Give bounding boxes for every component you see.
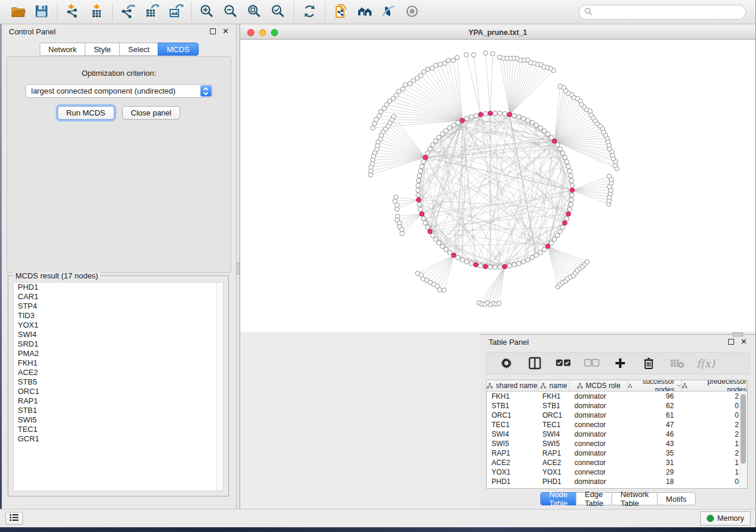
graph-node[interactable] [549,241,554,245]
graph-node[interactable] [420,164,425,169]
graph-node[interactable] [564,216,569,221]
graph-node[interactable] [555,233,560,238]
graph-node[interactable] [512,113,517,118]
table-row[interactable]: SWI4SWI4dominator462 [487,430,747,439]
graph-node[interactable] [368,172,373,177]
graph-node[interactable] [403,82,408,87]
column-header-shared-name[interactable]: shared name [487,380,538,391]
graph-node[interactable] [570,183,575,188]
tab-mcds[interactable]: MCDS [158,43,198,56]
float-panel-icon[interactable] [728,339,734,345]
mcds-result-item[interactable]: RAP1 [14,396,223,406]
mcds-result-item[interactable]: YOX1 [14,321,223,330]
graph-node[interactable] [469,261,474,266]
graph-node[interactable] [549,135,554,140]
graph-node[interactable] [512,262,517,267]
graph-node[interactable] [542,247,547,252]
vertical-splitter[interactable] [236,24,240,509]
column-header-name[interactable]: name [538,380,570,391]
graph-node[interactable] [456,120,461,125]
mcds-result-item[interactable]: STB1 [14,406,223,415]
graph-node[interactable] [502,111,507,116]
graph-node[interactable] [566,164,571,169]
graph-node[interactable] [566,211,571,216]
graph-node[interactable] [448,250,452,255]
graph-node[interactable] [564,159,569,164]
graph-node[interactable] [420,211,425,216]
graph-node[interactable] [569,203,573,207]
graph-node[interactable] [456,255,461,260]
mcds-result-item[interactable]: SWI5 [14,415,223,425]
memory-button[interactable]: Memory [700,511,751,525]
graph-node[interactable] [552,237,557,242]
graph-node[interactable] [464,116,469,121]
export-network-button[interactable] [116,2,140,22]
graph-node[interactable] [430,66,435,70]
hide-details-button[interactable] [377,2,400,22]
graph-node[interactable] [428,229,432,234]
tab-node-table[interactable]: Node Table [540,492,576,505]
table-row[interactable]: TEC1TEC1connector472 [487,420,747,430]
graph-node[interactable] [530,255,535,260]
graph-node[interactable] [421,159,426,164]
graph-node[interactable] [585,259,589,264]
graph-node[interactable] [483,264,488,269]
mcds-result-item[interactable]: GCR1 [14,434,223,444]
graph-node[interactable] [417,174,422,178]
graph-node[interactable] [538,126,543,130]
graph-node[interactable] [563,221,567,226]
graph-node[interactable] [497,265,502,270]
graph-node[interactable] [416,193,420,197]
zoom-selected-button[interactable] [266,2,290,22]
graph-node[interactable] [558,84,563,89]
mcds-result-item[interactable]: ACE2 [14,368,223,377]
graph-node[interactable] [464,53,469,57]
close-panel-button[interactable]: Close panel [122,106,181,120]
deselect-all-icon[interactable] [584,355,599,371]
graph-node[interactable] [526,258,531,262]
graph-node[interactable] [425,151,430,156]
split-panel-icon[interactable] [527,355,543,371]
table-row[interactable]: ORC1ORC1dominator610 [487,411,747,420]
graph-node[interactable] [452,123,457,127]
mcds-result-item[interactable]: STP4 [14,302,223,311]
graph-node[interactable] [497,111,502,116]
column-header-MCDS-role[interactable]: MCDS role [570,380,628,391]
graph-node[interactable] [474,113,479,118]
close-panel-icon[interactable]: ✕ [741,339,747,345]
graph-node[interactable] [440,244,445,249]
tab-select[interactable]: Select [119,43,158,56]
graph-node[interactable] [428,147,432,152]
graph-node[interactable] [558,147,563,152]
graph-node[interactable] [444,129,448,133]
mcds-result-item[interactable]: PHD1 [14,283,223,292]
graph-node[interactable] [560,151,565,156]
graph-node[interactable] [567,169,572,174]
graph-node[interactable] [394,195,398,200]
graph-node[interactable] [530,120,535,125]
mcds-result-item[interactable]: FKH1 [14,358,223,368]
import-network-button[interactable] [61,2,85,22]
mcds-result-item[interactable]: TID3 [14,311,223,321]
delete-table-icon[interactable] [669,355,685,371]
graph-node[interactable] [417,203,422,207]
gear-icon[interactable] [499,355,514,371]
graph-node[interactable] [526,118,531,123]
save-session-button[interactable] [30,2,53,22]
graph-node[interactable] [497,55,502,60]
function-builder-icon[interactable]: f(x) [698,355,713,371]
mcds-result-item[interactable]: STB5 [14,377,223,387]
graph-node[interactable] [423,155,428,160]
graph-node[interactable] [436,241,441,245]
graph-node[interactable] [567,207,572,212]
graph-node[interactable] [534,123,539,127]
graph-node[interactable] [479,113,483,117]
graph-node[interactable] [521,259,526,264]
graph-node[interactable] [488,111,493,116]
graph-node[interactable] [538,250,543,255]
select-all-icon[interactable] [556,355,571,371]
graph-node[interactable] [416,183,420,188]
mcds-result-item[interactable]: SWI4 [14,330,223,339]
graph-node[interactable] [416,188,420,193]
graph-node[interactable] [607,174,612,179]
